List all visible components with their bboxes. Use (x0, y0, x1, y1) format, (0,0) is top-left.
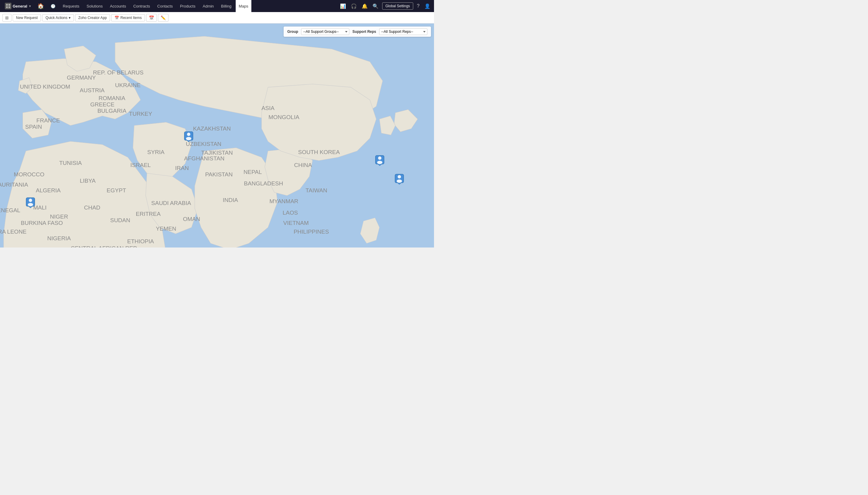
svg-text:CENTRAL AFRICAN REP.: CENTRAL AFRICAN REP. (71, 245, 138, 248)
svg-text:CHAD: CHAD (84, 204, 100, 211)
svg-text:BANGLADESH: BANGLADESH (244, 180, 283, 187)
svg-text:NIGER: NIGER (50, 214, 68, 220)
svg-text:GREECE: GREECE (90, 101, 114, 108)
nav-right-actions: 📊 🎧 🔔 🔍 Global Settings ? 👤 (339, 2, 432, 10)
svg-text:TURKEY: TURKEY (129, 110, 152, 117)
svg-text:YEMEN: YEMEN (156, 225, 176, 232)
svg-text:TUNISIA: TUNISIA (59, 160, 82, 166)
svg-marker-85 (28, 206, 32, 208)
map-pin-japan[interactable] (394, 174, 405, 185)
nav-requests[interactable]: Requests (60, 0, 82, 12)
svg-point-91 (186, 137, 192, 140)
svg-point-107 (397, 180, 402, 183)
svg-text:ISRAEL: ISRAEL (131, 162, 151, 168)
svg-text:BULGARIA: BULGARIA (97, 108, 126, 114)
nav-billing[interactable]: Billing (218, 0, 235, 12)
svg-text:NEPAL: NEPAL (244, 169, 262, 175)
nav-products[interactable]: Products (177, 0, 198, 12)
recent-items-icon: 📅 (115, 16, 119, 20)
group-select[interactable]: --All Support Groups-- (301, 28, 349, 35)
svg-text:SYRIA: SYRIA (147, 149, 164, 155)
brand-dropdown-icon: ▼ (28, 4, 31, 8)
nav-user-icon[interactable]: 👤 (423, 2, 432, 10)
svg-text:MOROCCO: MOROCCO (14, 171, 44, 177)
nav-help-icon[interactable]: ? (416, 2, 421, 10)
svg-point-90 (187, 133, 190, 136)
svg-text:SENEGAL: SENEGAL (0, 207, 20, 214)
map-container[interactable]: UNITED STATES UNITED KINGDOM GERMANY FRA… (0, 23, 434, 248)
group-label: Group (287, 30, 298, 34)
svg-text:NIGERIA: NIGERIA (47, 235, 71, 241)
svg-text:AUSTRIA: AUSTRIA (80, 87, 105, 93)
svg-marker-105 (397, 183, 401, 185)
svg-rect-1 (8, 4, 10, 6)
svg-text:EGYPT: EGYPT (107, 187, 126, 193)
support-reps-select[interactable]: --All Support Reps-- (379, 28, 427, 35)
zoho-creator-button[interactable]: Zoho Creator App (75, 14, 110, 21)
svg-text:ERITREA: ERITREA (136, 211, 161, 217)
nav-search-icon[interactable]: 🔍 (371, 2, 380, 10)
nav-contacts[interactable]: Contacts (154, 0, 176, 12)
svg-text:ROMANIA: ROMANIA (99, 95, 125, 101)
svg-text:UNITED KINGDOM: UNITED KINGDOM (20, 84, 70, 90)
map-pin-europe[interactable] (183, 131, 194, 142)
toolbar: ⊞ New Request Quick Actions ▾ Zoho Creat… (0, 12, 434, 23)
nav-admin[interactable]: Admin (199, 0, 217, 12)
quick-actions-button[interactable]: Quick Actions ▾ (42, 14, 74, 21)
svg-point-86 (29, 199, 32, 202)
nav-home[interactable]: 🏠 (35, 3, 47, 9)
svg-text:LIBYA: LIBYA (80, 177, 96, 184)
svg-text:CHINA: CHINA (294, 162, 312, 168)
svg-text:SPAIN: SPAIN (25, 124, 42, 130)
svg-point-103 (377, 161, 382, 164)
nav-notification-icon[interactable]: 🔔 (361, 2, 369, 10)
quick-actions-chevron: ▾ (69, 16, 71, 20)
map-controls: Group --All Support Groups-- Support Rep… (283, 27, 431, 37)
map-pin-usa[interactable] (25, 197, 36, 208)
edit-icon[interactable]: ✏️ (158, 14, 169, 22)
svg-text:MAURITANIA: MAURITANIA (0, 182, 28, 188)
svg-text:BURKINA FASO: BURKINA FASO (21, 220, 63, 226)
svg-text:TAJIKISTAN: TAJIKISTAN (201, 150, 233, 156)
svg-rect-0 (6, 4, 8, 6)
svg-text:VIETNAM: VIETNAM (283, 220, 309, 226)
svg-text:IRAN: IRAN (175, 165, 189, 171)
svg-point-87 (28, 203, 33, 206)
calendar-icon[interactable]: 📅 (146, 14, 157, 22)
nav-solutions[interactable]: Solutions (84, 0, 105, 12)
svg-point-102 (378, 156, 381, 159)
nav-chart-icon[interactable]: 📊 (339, 2, 347, 10)
nav-contracts[interactable]: Contracts (130, 0, 153, 12)
svg-marker-89 (187, 140, 191, 142)
brand-icon (5, 3, 12, 9)
nav-headset-icon[interactable]: 🎧 (350, 2, 358, 10)
nav-accounts[interactable]: Accounts (107, 0, 129, 12)
svg-text:ALGERIA: ALGERIA (36, 187, 61, 193)
nav-history[interactable]: 🕐 (48, 0, 58, 12)
global-settings-button[interactable]: Global Settings (382, 2, 413, 10)
svg-text:KAZAKHSTAN: KAZAKHSTAN (193, 125, 230, 132)
svg-text:SIERRA LEONE: SIERRA LEONE (0, 228, 27, 235)
svg-text:MYANMAR: MYANMAR (270, 198, 298, 204)
brand-name: General (13, 4, 27, 8)
brand-logo[interactable]: General ▼ (2, 3, 34, 9)
svg-marker-101 (378, 164, 382, 166)
recent-items-button[interactable]: 📅 Recent Items (111, 14, 145, 21)
svg-text:TAIWAN: TAIWAN (306, 187, 327, 193)
nav-maps[interactable]: Maps (236, 0, 251, 12)
svg-text:UKRAINE: UKRAINE (115, 82, 141, 88)
svg-text:SAUDI ARABIA: SAUDI ARABIA (151, 200, 191, 206)
svg-text:GERMANY: GERMANY (67, 74, 96, 81)
toolbar-grid-icon[interactable]: ⊞ (2, 14, 12, 22)
svg-rect-2 (6, 6, 8, 8)
svg-text:SUDAN: SUDAN (110, 217, 130, 223)
svg-text:OMAN: OMAN (183, 216, 200, 222)
map-pin-korea[interactable] (374, 155, 385, 166)
svg-rect-3 (8, 6, 10, 8)
svg-text:INDIA: INDIA (223, 197, 238, 203)
top-nav: General ▼ 🏠 🕐 Requests Solutions Account… (0, 0, 434, 12)
svg-text:PHILIPPINES: PHILIPPINES (294, 228, 329, 235)
svg-text:FRANCE: FRANCE (36, 117, 60, 124)
svg-text:PAKISTAN: PAKISTAN (205, 171, 233, 177)
new-request-button[interactable]: New Request (13, 14, 41, 21)
